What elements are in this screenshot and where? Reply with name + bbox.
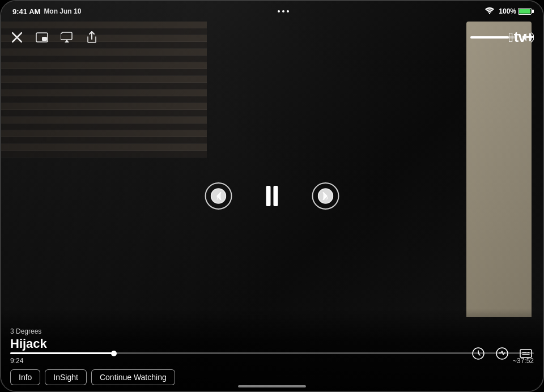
pip-button[interactable] (35, 31, 49, 44)
seat-back (466, 22, 532, 317)
continue-watching-button[interactable]: Continue Watching (91, 369, 175, 385)
status-date: Mon Jun 10 (44, 7, 81, 15)
volume-fill (470, 36, 509, 39)
progress-scrubber[interactable] (111, 351, 117, 356)
share-button[interactable] (85, 31, 99, 44)
volume-button[interactable] (522, 32, 534, 42)
pause-button[interactable] (266, 186, 278, 206)
status-dots (278, 10, 289, 12)
svg-rect-4 (42, 37, 47, 41)
svg-text:10: 10 (324, 196, 328, 200)
home-indicator (238, 385, 306, 387)
show-title: Hijack (10, 336, 47, 351)
bottom-action-buttons: Info InSight Continue Watching (10, 369, 175, 385)
device-frame: 9:41 AM Mon Jun 10 100% (0, 0, 544, 392)
insight-button[interactable]: InSight (45, 369, 87, 385)
show-info: 3 Degrees Hijack (10, 327, 47, 351)
volume-slider[interactable] (470, 36, 516, 39)
center-controls: 10 10 (205, 182, 339, 210)
battery-fill (519, 9, 530, 14)
progress-area: 9:24 ~37:52 (10, 352, 534, 365)
dot-1 (278, 10, 280, 12)
svg-text:10: 10 (216, 196, 221, 200)
current-time: 9:24 (10, 357, 23, 365)
top-left-controls (10, 31, 99, 44)
svg-point-0 (489, 13, 490, 14)
top-controls (1, 22, 543, 53)
battery-percent: 100% (499, 7, 516, 15)
close-button[interactable] (10, 31, 24, 44)
status-bar: 9:41 AM Mon Jun 10 100% (1, 1, 543, 22)
scene-blinds (1, 22, 207, 236)
rewind-button[interactable]: 10 (205, 182, 232, 210)
status-right: 100% (485, 7, 532, 16)
dot-2 (282, 10, 284, 12)
remaining-time: ~37:52 (513, 357, 534, 365)
info-button[interactable]: Info (10, 369, 40, 385)
wifi-icon (485, 7, 494, 16)
status-time: 9:41 AM (12, 7, 40, 16)
show-series: 3 Degrees (10, 327, 47, 335)
dot-3 (287, 10, 289, 12)
forward-button[interactable]: 10 (312, 182, 339, 210)
battery-container: 100% (499, 7, 532, 15)
progress-fill (10, 352, 114, 354)
battery-icon (518, 8, 532, 15)
pause-bar-right (274, 186, 278, 206)
pause-bar-left (266, 186, 271, 206)
progress-bar[interactable] (10, 352, 534, 354)
airplay-button[interactable] (60, 31, 74, 44)
top-right-controls (470, 32, 534, 42)
time-labels: 9:24 ~37:52 (10, 357, 534, 365)
